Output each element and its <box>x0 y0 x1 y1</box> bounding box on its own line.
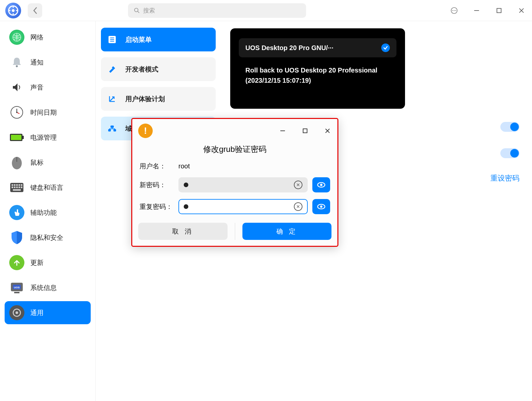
sidebar-item-general[interactable]: 通用 <box>5 301 91 324</box>
sidebar-item-privacy[interactable]: 隐私和安全 <box>5 226 91 249</box>
toggle-switch-2[interactable] <box>500 148 519 158</box>
svg-rect-44 <box>14 292 19 293</box>
repeat-password-input[interactable]: ✕ <box>178 199 308 214</box>
back-button[interactable] <box>28 3 42 18</box>
tools-icon <box>107 64 117 74</box>
sidebar-item-keyboard[interactable]: 键盘和语言 <box>5 176 91 199</box>
new-password-label: 新密码： <box>140 181 178 189</box>
section-developer-mode[interactable]: 开发者模式 <box>101 57 216 81</box>
svg-rect-39 <box>21 186 22 188</box>
svg-rect-32 <box>16 184 18 186</box>
section-label: 开发者模式 <box>125 65 158 74</box>
svg-rect-31 <box>14 184 16 186</box>
check-icon <box>381 43 390 52</box>
repeat-password-label: 重复密码： <box>140 202 178 211</box>
ok-button[interactable]: 确 定 <box>242 223 332 240</box>
sidebar-item-notifications[interactable]: 通知 <box>5 51 91 74</box>
sidebar-item-sysinfo[interactable]: UOS 系统信息 <box>5 276 91 299</box>
svg-rect-25 <box>11 135 21 140</box>
toggle-switch-1[interactable] <box>500 122 519 132</box>
svg-rect-30 <box>12 184 13 186</box>
sidebar-label: 通用 <box>30 308 44 317</box>
svg-point-19 <box>16 65 18 67</box>
mouse-icon <box>9 155 24 170</box>
svg-rect-37 <box>16 186 18 188</box>
sidebar-label: 隐私和安全 <box>30 233 63 242</box>
sidebar-label: 时间日期 <box>30 108 57 117</box>
svg-point-61 <box>320 206 323 208</box>
svg-rect-36 <box>14 186 16 188</box>
bell-icon <box>9 55 24 70</box>
gear-icon <box>9 305 24 320</box>
svg-point-11 <box>455 10 456 11</box>
menu-icon <box>107 34 117 45</box>
sidebar-label: 系统信息 <box>30 283 57 292</box>
menu-button[interactable] <box>449 5 459 16</box>
sidebar-item-sound[interactable]: 声音 <box>5 76 91 99</box>
clear-input-button[interactable]: ✕ <box>294 202 302 211</box>
svg-point-9 <box>452 10 453 11</box>
cancel-button[interactable]: 取 消 <box>138 223 228 240</box>
svg-rect-35 <box>12 186 13 188</box>
modal-maximize-button[interactable] <box>301 127 309 135</box>
modal-minimize-button[interactable] <box>279 127 287 135</box>
clear-input-button[interactable]: ✕ <box>294 181 302 189</box>
section-boot-menu[interactable]: 启动菜单 <box>101 28 216 51</box>
sidebar-label: 网络 <box>30 33 44 42</box>
svg-rect-51 <box>110 126 114 128</box>
search-icon <box>134 8 140 14</box>
grub-entry-label: UOS Desktop 20 Pro GNU/··· <box>245 44 333 52</box>
svg-rect-26 <box>22 136 24 139</box>
sidebar-item-datetime[interactable]: 时间日期 <box>5 101 91 124</box>
sidebar-item-mouse[interactable]: 鼠标 <box>5 151 91 174</box>
sidebar-label: 鼠标 <box>30 158 44 167</box>
minimize-button[interactable] <box>471 5 482 16</box>
domain-icon <box>107 123 117 134</box>
toggle-visibility-button[interactable] <box>312 177 330 192</box>
hand-icon <box>9 205 24 220</box>
svg-text:UOS: UOS <box>14 286 20 289</box>
search-input[interactable]: 搜索 <box>128 3 306 18</box>
svg-point-23 <box>16 112 17 113</box>
svg-rect-55 <box>303 129 307 133</box>
modal-close-button[interactable] <box>324 127 331 135</box>
toggle-visibility-button[interactable] <box>312 199 330 214</box>
shield-icon <box>9 230 24 245</box>
new-password-input[interactable]: ✕ <box>178 177 308 192</box>
section-user-experience[interactable]: 用户体验计划 <box>101 87 216 111</box>
svg-rect-38 <box>18 186 20 188</box>
section-label: 启动菜单 <box>125 35 152 44</box>
maximize-button[interactable] <box>494 5 504 16</box>
network-icon <box>9 30 24 45</box>
svg-line-7 <box>138 11 140 13</box>
arrow-out-icon <box>107 94 117 104</box>
svg-rect-40 <box>13 189 21 191</box>
search-placeholder: 搜索 <box>143 7 155 14</box>
app-logo <box>5 3 21 18</box>
svg-point-1 <box>12 9 15 12</box>
grub-entry[interactable]: Roll back to UOS Desktop 20 Professional… <box>239 63 396 99</box>
svg-rect-34 <box>21 184 22 186</box>
username-value: root <box>178 162 190 170</box>
sidebar: 网络 通知 声音 时间日期 电源管理 <box>0 21 96 401</box>
sidebar-item-power[interactable]: 电源管理 <box>5 126 91 149</box>
clock-icon <box>9 105 24 120</box>
sidebar-label: 键盘和语言 <box>30 183 63 192</box>
svg-rect-33 <box>18 184 20 186</box>
update-icon <box>9 255 24 270</box>
svg-rect-13 <box>497 8 501 13</box>
sidebar-item-update[interactable]: 更新 <box>5 251 91 274</box>
section-label: 用户体验计划 <box>125 95 165 103</box>
username-label: 用户名： <box>140 162 178 171</box>
sidebar-item-accessibility[interactable]: 辅助功能 <box>5 201 91 224</box>
section-label: 域 <box>125 124 132 133</box>
sidebar-label: 更新 <box>30 258 44 267</box>
sidebar-label: 辅助功能 <box>30 208 57 217</box>
svg-rect-52 <box>108 129 111 131</box>
sidebar-item-network[interactable]: 网络 <box>5 26 91 49</box>
titlebar: 搜索 <box>0 0 532 21</box>
grub-entry-selected[interactable]: UOS Desktop 20 Pro GNU/··· <box>239 38 396 57</box>
close-button[interactable] <box>516 5 527 16</box>
speaker-icon <box>9 80 24 95</box>
grub-preview: UOS Desktop 20 Pro GNU/··· Roll back to … <box>230 28 405 109</box>
